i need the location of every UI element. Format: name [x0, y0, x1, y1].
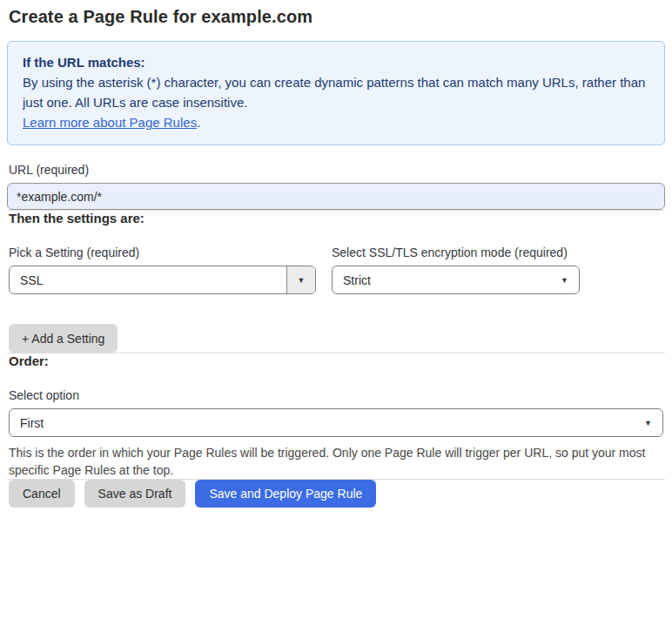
pick-setting-dropdown-button[interactable]: ▼ — [286, 266, 315, 293]
save-deploy-button[interactable]: Save and Deploy Page Rule — [195, 480, 376, 508]
settings-section-heading: Then the settings are: — [9, 211, 663, 225]
order-help-text: This is the order in which your Page Rul… — [9, 444, 663, 479]
settings-row: Pick a Setting (required) SSL ▼ Select S… — [9, 246, 663, 294]
order-select-value: First — [20, 416, 44, 430]
ssl-mode-value: Strict — [343, 273, 371, 287]
info-box-body: By using the asterisk (*) character, you… — [23, 72, 649, 112]
cancel-button[interactable]: Cancel — [9, 480, 75, 508]
info-box-link-line: Learn more about Page Rules. — [23, 112, 649, 132]
pick-setting-select[interactable]: SSL ▼ — [9, 266, 316, 294]
chevron-down-icon: ▼ — [298, 276, 306, 285]
save-draft-button[interactable]: Save as Draft — [84, 480, 186, 508]
ssl-mode-label: Select SSL/TLS encryption mode (required… — [332, 246, 580, 259]
create-page-rule-form: Create a Page Rule for example.com If th… — [0, 0, 672, 520]
pick-setting-value: SSL — [20, 273, 43, 287]
link-suffix: . — [197, 115, 200, 130]
info-box-heading: If the URL matches: — [23, 52, 649, 72]
pick-setting-label: Pick a Setting (required) — [9, 246, 316, 259]
chevron-down-icon: ▼ — [550, 276, 579, 285]
url-input[interactable] — [7, 183, 665, 210]
ssl-mode-select[interactable]: Strict ▼ — [332, 266, 580, 294]
pick-setting-column: Pick a Setting (required) SSL ▼ — [9, 246, 316, 294]
chevron-down-icon: ▼ — [634, 419, 662, 427]
form-actions: Cancel Save as Draft Save and Deploy Pag… — [9, 480, 663, 508]
ssl-mode-column: Select SSL/TLS encryption mode (required… — [332, 246, 580, 294]
url-field-label: URL (required) — [9, 163, 663, 177]
page-title: Create a Page Rule for example.com — [9, 7, 663, 27]
order-select-label: Select option — [9, 388, 663, 402]
order-section-heading: Order: — [9, 353, 663, 368]
order-select[interactable]: First ▼ — [9, 408, 663, 437]
url-match-info-box: If the URL matches: By using the asteris… — [7, 41, 665, 145]
learn-more-link[interactable]: Learn more about Page Rules — [23, 115, 197, 130]
add-setting-button[interactable]: + Add a Setting — [9, 324, 118, 353]
